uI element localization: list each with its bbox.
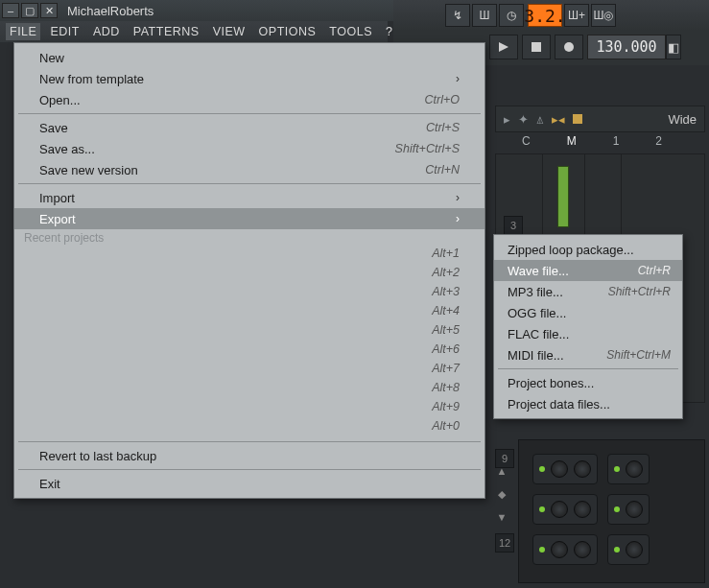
device-rack bbox=[518, 439, 705, 583]
menu-file[interactable]: FILE bbox=[6, 23, 40, 40]
export-flac[interactable]: FLAC file... bbox=[494, 323, 682, 344]
menu-item-save-new-version[interactable]: Save new versionCtrl+N bbox=[14, 159, 484, 180]
tempo-toggle-icon[interactable]: ◧ bbox=[666, 35, 681, 59]
knob[interactable] bbox=[551, 460, 568, 478]
main-menu-bar: FILE EDIT ADD PATTERNS VIEW OPTIONS TOOL… bbox=[0, 21, 388, 42]
track-label-1: 1 bbox=[613, 134, 620, 152]
fx-slot-12[interactable]: 12 bbox=[495, 533, 514, 553]
svg-rect-1 bbox=[532, 42, 541, 52]
mixer-track-labels: C M 1 2 bbox=[495, 134, 705, 152]
export-project-data-files[interactable]: Project data files... bbox=[494, 393, 682, 414]
device-module[interactable] bbox=[607, 534, 650, 565]
menu-options[interactable]: OPTIONS bbox=[255, 23, 320, 40]
chevron-right-icon: › bbox=[456, 191, 460, 204]
knob[interactable] bbox=[574, 460, 591, 478]
chevron-right-icon: › bbox=[456, 72, 460, 85]
chevron-right-icon[interactable]: ▸ bbox=[504, 112, 510, 127]
led-icon bbox=[614, 547, 620, 553]
menu-patterns[interactable]: PATTERNS bbox=[130, 23, 203, 40]
recent-slot[interactable]: Alt+7 bbox=[14, 362, 484, 381]
file-menu-dropdown: New New from template› Open...Ctrl+O Sav… bbox=[13, 42, 485, 499]
level-meter bbox=[557, 166, 569, 227]
export-submenu: Zipped loop package... Wave file...Ctrl+… bbox=[493, 234, 683, 419]
menu-separator bbox=[18, 113, 481, 114]
knob[interactable] bbox=[626, 541, 643, 558]
tempo-display[interactable]: 130.000 bbox=[587, 35, 666, 59]
device-module[interactable] bbox=[607, 494, 650, 525]
menu-item-save[interactable]: SaveCtrl+S bbox=[14, 117, 484, 138]
stop-button[interactable] bbox=[522, 35, 551, 59]
recent-slot[interactable]: Alt+0 bbox=[14, 419, 484, 438]
recent-slot[interactable]: Alt+8 bbox=[14, 381, 484, 400]
recent-slot[interactable]: Alt+2 bbox=[14, 266, 484, 285]
recent-projects-header: Recent projects bbox=[14, 229, 484, 247]
export-midi[interactable]: MIDI file...Shift+Ctrl+M bbox=[494, 344, 682, 365]
menu-separator bbox=[498, 368, 678, 369]
knob[interactable] bbox=[574, 541, 591, 558]
record-button[interactable] bbox=[555, 35, 583, 59]
export-mp3[interactable]: MP3 file...Shift+Ctrl+R bbox=[494, 281, 682, 302]
led-icon bbox=[539, 466, 545, 472]
clock-icon[interactable]: ◷ bbox=[499, 4, 524, 27]
device-module[interactable] bbox=[532, 534, 598, 565]
knob[interactable] bbox=[626, 460, 643, 478]
send-icon[interactable]: ✦ bbox=[518, 112, 529, 127]
recent-slot[interactable]: Alt+6 bbox=[14, 342, 484, 362]
knob[interactable] bbox=[574, 501, 591, 518]
menu-item-export[interactable]: Export› bbox=[14, 208, 484, 229]
recent-slot[interactable]: Alt+3 bbox=[14, 285, 484, 304]
knob[interactable] bbox=[551, 501, 568, 518]
recent-slot[interactable]: Alt+5 bbox=[14, 323, 484, 342]
chevron-right-icon: › bbox=[456, 212, 460, 225]
marker-icon[interactable] bbox=[573, 114, 582, 124]
menu-item-import[interactable]: Import› bbox=[14, 187, 484, 208]
play-button[interactable] bbox=[489, 35, 518, 59]
mixer-layout-label[interactable]: Wide bbox=[668, 112, 697, 127]
snap-icon[interactable]: ↯ bbox=[445, 4, 470, 27]
menu-item-exit[interactable]: Exit bbox=[14, 473, 484, 494]
export-zipped-loop[interactable]: Zipped loop package... bbox=[494, 239, 682, 260]
led-icon bbox=[614, 506, 620, 512]
recent-slot[interactable]: Alt+9 bbox=[14, 400, 484, 419]
recent-slot[interactable]: Alt+4 bbox=[14, 304, 484, 323]
diamond-icon[interactable]: ◆ bbox=[495, 487, 508, 501]
minimize-button[interactable]: – bbox=[2, 3, 19, 18]
export-ogg[interactable]: OGG file... bbox=[494, 302, 682, 323]
knob[interactable] bbox=[626, 501, 643, 518]
export-project-bones[interactable]: Project bones... bbox=[494, 372, 682, 393]
fx-slot-3[interactable]: 3 bbox=[504, 216, 523, 235]
pattern-plus-icon[interactable]: Ш+ bbox=[564, 4, 589, 27]
menu-separator bbox=[18, 441, 481, 442]
recent-slot[interactable]: Alt+1 bbox=[14, 247, 484, 266]
menu-view[interactable]: VIEW bbox=[209, 23, 249, 40]
menu-item-new-from-template[interactable]: New from template› bbox=[14, 68, 484, 89]
knob[interactable] bbox=[551, 541, 568, 558]
close-button[interactable]: ✕ bbox=[40, 3, 58, 18]
pattern-record-icon[interactable]: Ш◎ bbox=[591, 4, 616, 27]
menu-item-save-as[interactable]: Save as...Shift+Ctrl+S bbox=[14, 138, 484, 159]
skip-icon[interactable]: ▸◂ bbox=[552, 112, 565, 127]
triangle-up-icon[interactable]: ▲ bbox=[495, 464, 508, 478]
menu-separator bbox=[18, 469, 481, 470]
pattern-icon[interactable]: Ш bbox=[472, 4, 497, 27]
song-position-counter[interactable]: 3.2. bbox=[528, 4, 562, 27]
menu-item-new[interactable]: New bbox=[14, 47, 484, 68]
menu-item-revert[interactable]: Revert to last backup bbox=[14, 445, 484, 466]
menu-edit[interactable]: EDIT bbox=[46, 23, 83, 40]
led-icon bbox=[614, 466, 620, 472]
menu-add[interactable]: ADD bbox=[89, 23, 124, 40]
device-module[interactable] bbox=[607, 454, 650, 484]
window-title: MichaelRoberts bbox=[67, 4, 154, 18]
triangle-down-icon[interactable]: ▼ bbox=[495, 510, 508, 524]
led-icon bbox=[539, 547, 545, 553]
menu-separator bbox=[18, 183, 481, 184]
transport-controls: 130.000 ◧ bbox=[489, 35, 685, 59]
device-module[interactable] bbox=[532, 494, 598, 525]
menu-tools[interactable]: TOOLS bbox=[325, 23, 376, 40]
menu-item-open[interactable]: Open...Ctrl+O bbox=[14, 89, 484, 110]
export-wave[interactable]: Wave file...Ctrl+R bbox=[494, 260, 682, 281]
svg-point-2 bbox=[564, 42, 574, 52]
wave-icon[interactable]: ⍋ bbox=[536, 112, 544, 127]
maximize-button[interactable]: ▢ bbox=[21, 3, 38, 18]
device-module[interactable] bbox=[532, 454, 598, 484]
